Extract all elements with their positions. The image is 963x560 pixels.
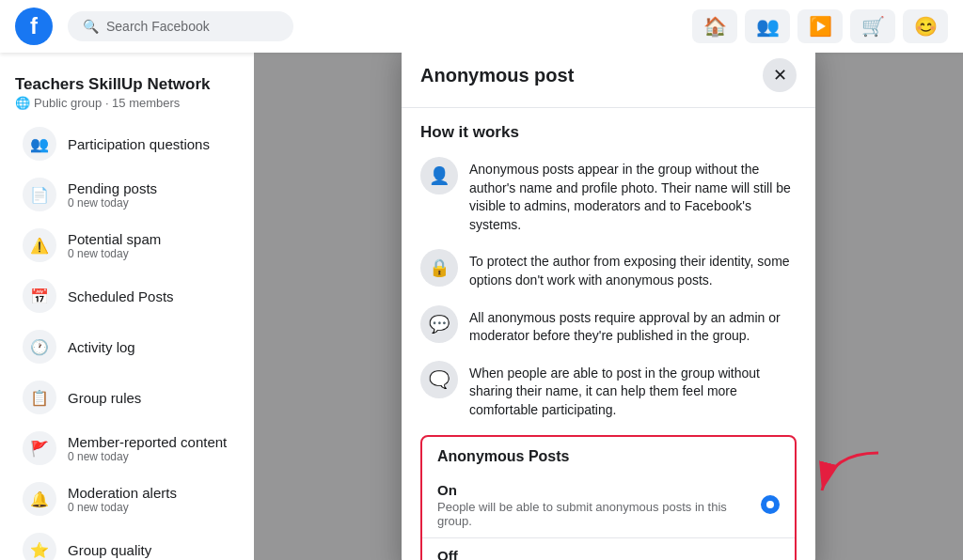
reported-sub: 0 new today bbox=[68, 450, 231, 463]
pending-sub: 0 new today bbox=[68, 196, 231, 210]
info-item-1: 🔒 To protect the author from exposing th… bbox=[420, 249, 797, 289]
comfort-icon: 🗨️ bbox=[420, 361, 458, 398]
group-meta-text: Public group · 15 members bbox=[34, 96, 180, 110]
video-icon[interactable]: ▶️ bbox=[797, 9, 843, 43]
moderation-icon: 🔔 bbox=[23, 482, 56, 516]
anon-section-title: Anonymous Posts bbox=[422, 437, 795, 473]
anonymous-posts-section: Anonymous Posts On People will be able t… bbox=[420, 435, 797, 560]
spam-icon: ⚠️ bbox=[23, 228, 56, 262]
moderation-sub: 0 new today bbox=[68, 501, 231, 514]
spam-label: Potential spam bbox=[68, 231, 231, 247]
approval-icon: 💬 bbox=[420, 305, 458, 343]
off-label: Off bbox=[437, 548, 761, 560]
info-text-2: All anonymous posts require approval by … bbox=[469, 305, 797, 346]
content-area: Anonymous post ✕ How it works 👤 Anonymou… bbox=[254, 53, 963, 560]
sidebar-item-participation[interactable]: 👥 Participation questions bbox=[8, 119, 246, 168]
friends-icon[interactable]: 👥 bbox=[745, 9, 790, 43]
arrow-indicator bbox=[813, 443, 888, 504]
globe-icon: 🌐 bbox=[15, 96, 30, 110]
quality-label: Group quality bbox=[68, 542, 231, 558]
sidebar-item-moderation[interactable]: 🔔 Moderation alerts 0 new today bbox=[8, 474, 246, 523]
participation-icon: 👥 bbox=[23, 127, 56, 161]
sidebar-item-rules[interactable]: 📋 Group rules bbox=[8, 373, 246, 422]
how-it-works-title: How it works bbox=[420, 123, 797, 142]
close-button[interactable]: ✕ bbox=[763, 58, 797, 92]
moderation-label: Moderation alerts bbox=[68, 485, 231, 501]
main-layout: Teachers SkillUp Network 🌐 Public group … bbox=[0, 0, 963, 560]
modal-body: How it works 👤 Anonymous posts appear in… bbox=[402, 108, 815, 560]
group-name: Teachers SkillUp Network bbox=[15, 75, 239, 94]
info-item-2: 💬 All anonymous posts require approval b… bbox=[420, 305, 797, 346]
sidebar-item-activity[interactable]: 🕐 Activity log bbox=[8, 322, 246, 371]
quality-icon: ⭐ bbox=[23, 533, 56, 560]
sidebar-item-spam[interactable]: ⚠️ Potential spam 0 new today bbox=[8, 221, 246, 270]
sidebar-item-quality[interactable]: ⭐ Group quality bbox=[8, 525, 246, 560]
sidebar-item-pending[interactable]: 📄 Pending posts 0 new today bbox=[8, 170, 246, 219]
radio-option-on[interactable]: On People will be able to submit anonymo… bbox=[422, 473, 795, 538]
profile-icon[interactable]: 😊 bbox=[903, 9, 948, 43]
facebook-logo: f bbox=[15, 8, 53, 45]
reported-label: Member-reported content bbox=[68, 434, 231, 450]
activity-icon: 🕐 bbox=[23, 330, 56, 364]
activity-label: Activity log bbox=[68, 339, 231, 355]
radio-row-on: On People will be able to submit anonymo… bbox=[437, 482, 780, 528]
on-sub: People will be able to submit anonymous … bbox=[437, 500, 761, 528]
scheduled-icon: 📅 bbox=[23, 279, 56, 313]
person-icon: 👤 bbox=[420, 157, 458, 194]
search-icon: 🔍 bbox=[83, 19, 99, 34]
scheduled-label: Scheduled Posts bbox=[68, 288, 231, 304]
search-placeholder: Search Facebook bbox=[106, 19, 210, 34]
info-text-3: When people are able to post in the grou… bbox=[469, 361, 797, 420]
info-item-3: 🗨️ When people are able to post in the g… bbox=[420, 361, 797, 420]
sidebar: Teachers SkillUp Network 🌐 Public group … bbox=[0, 53, 254, 560]
rules-label: Group rules bbox=[68, 390, 231, 406]
info-item-0: 👤 Anonymous posts appear in the group wi… bbox=[420, 157, 797, 234]
group-header: Teachers SkillUp Network 🌐 Public group … bbox=[0, 64, 254, 117]
pending-label: Pending posts bbox=[68, 180, 231, 196]
on-label: On bbox=[437, 482, 761, 498]
radio-on-selected[interactable] bbox=[761, 495, 780, 514]
info-text-1: To protect the author from exposing thei… bbox=[469, 249, 797, 289]
home-icon[interactable]: 🏠 bbox=[692, 9, 737, 43]
participation-label: Participation questions bbox=[68, 136, 231, 152]
sidebar-item-reported[interactable]: 🚩 Member-reported content 0 new today bbox=[8, 424, 246, 473]
modal-header: Anonymous post ✕ bbox=[402, 53, 815, 108]
radio-row-off: Off People won't be able to submit anony… bbox=[437, 548, 780, 560]
red-arrow-svg bbox=[813, 443, 888, 500]
search-bar[interactable]: 🔍 Search Facebook bbox=[68, 11, 293, 41]
reported-icon: 🚩 bbox=[23, 431, 56, 465]
marketplace-icon[interactable]: 🛒 bbox=[850, 9, 895, 43]
modal-title: Anonymous post bbox=[420, 65, 574, 86]
lock-icon: 🔒 bbox=[420, 249, 458, 287]
info-text-0: Anonymous posts appear in the group with… bbox=[469, 157, 797, 234]
nav-icons: 🏠 👥 ▶️ 🛒 😊 bbox=[692, 9, 948, 43]
spam-sub: 0 new today bbox=[68, 247, 231, 260]
anonymous-post-modal: Anonymous post ✕ How it works 👤 Anonymou… bbox=[402, 53, 815, 560]
sidebar-item-scheduled[interactable]: 📅 Scheduled Posts bbox=[8, 272, 246, 320]
group-meta: 🌐 Public group · 15 members bbox=[15, 96, 239, 110]
rules-icon: 📋 bbox=[23, 381, 56, 414]
top-navigation: f 🔍 Search Facebook 🏠 👥 ▶️ 🛒 😊 bbox=[0, 0, 963, 53]
radio-option-off[interactable]: Off People won't be able to submit anony… bbox=[422, 538, 795, 560]
pending-icon: 📄 bbox=[23, 178, 56, 211]
